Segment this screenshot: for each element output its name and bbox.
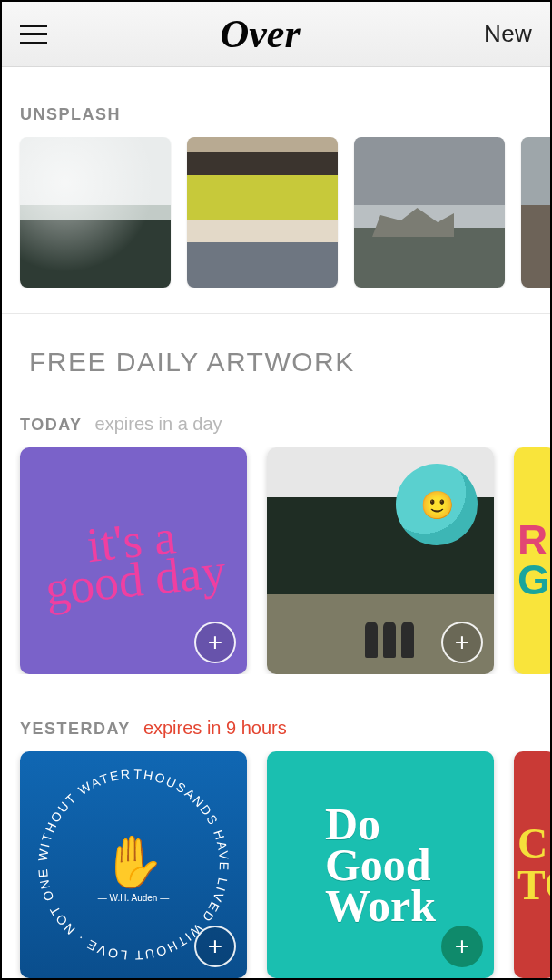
today-cards[interactable]: it's agood day + 🙂 + RG bbox=[2, 447, 550, 674]
top-bar: Over New bbox=[2, 2, 550, 67]
day-label: TODAY bbox=[20, 416, 83, 435]
expiry-label: expires in a day bbox=[95, 414, 222, 435]
unsplash-strip[interactable] bbox=[2, 137, 550, 288]
artwork-card-partial[interactable]: CTO bbox=[514, 751, 550, 978]
unsplash-thumb[interactable] bbox=[354, 137, 505, 288]
artwork-card-partial[interactable]: RG bbox=[514, 447, 550, 674]
svg-text:— W.H. Auden —: — W.H. Auden — bbox=[98, 893, 169, 903]
artwork-text: RG bbox=[514, 447, 550, 674]
unsplash-thumb[interactable] bbox=[521, 137, 550, 288]
people-silhouette bbox=[365, 622, 414, 658]
add-icon[interactable]: + bbox=[194, 622, 236, 663]
artwork-card-do-good-work[interactable]: DoGoodWork + bbox=[267, 751, 494, 978]
row-header-today: TODAY expires in a day bbox=[20, 414, 550, 435]
unsplash-thumb[interactable] bbox=[20, 137, 171, 288]
artwork-card-earth-photo[interactable]: 🙂 + bbox=[267, 447, 494, 674]
expiry-label: expires in 9 hours bbox=[143, 718, 287, 739]
row-header-yesterday: YESTERDAY expires in 9 hours bbox=[20, 718, 550, 739]
add-icon[interactable]: + bbox=[194, 926, 236, 967]
hand-icon: ✋ bbox=[102, 832, 165, 892]
app-logo: Over bbox=[221, 11, 301, 57]
add-icon[interactable]: + bbox=[441, 926, 483, 967]
section-title-free-daily-artwork: FREE DAILY ARTWORK bbox=[29, 347, 550, 377]
unsplash-thumb[interactable] bbox=[187, 137, 338, 288]
unsplash-label: UNSPLASH bbox=[20, 105, 550, 124]
yesterday-cards[interactable]: THOUSANDS HAVE LIVED WITHOUT LOVE · NOT … bbox=[2, 751, 550, 978]
artwork-text: CTO bbox=[514, 751, 550, 978]
artwork-card-its-a-good-day[interactable]: it's agood day + bbox=[20, 447, 247, 674]
globe-sticker-icon: 🙂 bbox=[396, 464, 478, 545]
add-icon[interactable]: + bbox=[441, 622, 483, 663]
divider bbox=[2, 313, 550, 314]
day-label: YESTERDAY bbox=[20, 720, 131, 739]
menu-icon[interactable] bbox=[20, 24, 47, 44]
artwork-card-without-water[interactable]: THOUSANDS HAVE LIVED WITHOUT LOVE · NOT … bbox=[20, 751, 247, 978]
new-button[interactable]: New bbox=[484, 20, 532, 48]
